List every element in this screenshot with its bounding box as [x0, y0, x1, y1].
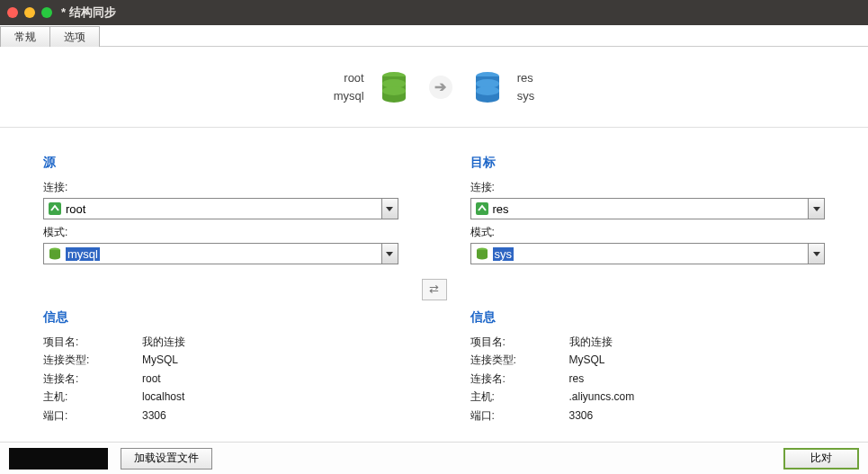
- svg-point-17: [477, 255, 488, 260]
- target-info-host: .aliyuncs.com: [569, 388, 635, 406]
- chevron-down-icon[interactable]: [381, 244, 398, 264]
- target-info-project: 我的连接: [569, 333, 613, 351]
- source-info-type: MySQL: [142, 351, 178, 369]
- svg-rect-14: [476, 202, 488, 215]
- window-controls: [7, 7, 52, 18]
- target-schema-select[interactable]: sys: [470, 243, 826, 264]
- source-panel: 源 连接: root 模式: mysql 信息 项目名:我的连接 连接类型:My…: [43, 155, 398, 425]
- target-conn-select[interactable]: res: [470, 198, 826, 219]
- window-title: * 结构同步: [61, 4, 116, 21]
- source-info-project: 我的连接: [142, 333, 185, 351]
- arrow-right-icon: ➔: [429, 76, 452, 99]
- diagram-target-schema: sys: [517, 87, 535, 105]
- source-conn-select[interactable]: root: [43, 198, 398, 219]
- source-conn-value: root: [66, 202, 85, 216]
- source-info-title: 信息: [43, 309, 398, 326]
- connection-icon: [475, 201, 489, 216]
- target-info-conn: res: [569, 370, 585, 388]
- target-title: 目标: [470, 155, 826, 171]
- chevron-down-icon[interactable]: [808, 244, 824, 264]
- source-info-port: 3306: [142, 407, 166, 425]
- svg-point-4: [382, 86, 406, 95]
- target-schema-value: sys: [493, 247, 515, 261]
- database-source-icon: [380, 72, 407, 103]
- database-target-icon: [474, 72, 501, 103]
- label-port: 端口:: [470, 407, 569, 425]
- label-conn: 连接名:: [470, 370, 569, 388]
- label-type: 连接类型:: [43, 351, 142, 369]
- label-host: 主机:: [43, 388, 142, 406]
- source-schema-select[interactable]: mysql: [43, 243, 398, 264]
- connection-icon: [48, 201, 62, 216]
- maximize-icon[interactable]: [41, 7, 52, 18]
- tab-general[interactable]: 常规: [0, 26, 50, 47]
- chevron-down-icon[interactable]: [381, 199, 398, 219]
- middle-column: ⇄: [398, 155, 470, 425]
- diagram-source-conn: root: [334, 69, 364, 87]
- tab-bar: 常规 选项: [0, 25, 868, 47]
- label-conn: 连接名:: [43, 370, 142, 388]
- source-conn-label: 连接:: [43, 180, 398, 195]
- footer-redacted: [9, 448, 108, 470]
- swap-button[interactable]: ⇄: [422, 279, 447, 300]
- target-conn-label: 连接:: [470, 180, 826, 195]
- target-info: 信息 项目名:我的连接 连接类型:MySQL 连接名:res 主机:.aliyu…: [470, 309, 826, 425]
- target-conn-value: res: [493, 202, 509, 216]
- tab-options[interactable]: 选项: [49, 26, 100, 47]
- target-info-type: MySQL: [569, 351, 605, 369]
- compare-button[interactable]: 比对: [783, 448, 859, 470]
- source-schema-value: mysql: [66, 247, 100, 261]
- label-project: 项目名:: [470, 333, 569, 351]
- target-info-port: 3306: [569, 407, 594, 425]
- diagram-target-labels: res sys: [517, 69, 535, 104]
- target-schema-label: 模式:: [470, 225, 826, 240]
- label-host: 主机:: [470, 388, 569, 406]
- schema-icon: [48, 246, 62, 261]
- window-titlebar: * 结构同步: [0, 0, 868, 25]
- diagram-source-schema: mysql: [334, 87, 364, 105]
- close-icon[interactable]: [7, 7, 18, 18]
- swap-icon: ⇄: [429, 282, 439, 296]
- label-project: 项目名:: [43, 333, 142, 351]
- source-schema-label: 模式:: [43, 225, 398, 240]
- load-settings-button[interactable]: 加载设置文件: [121, 448, 212, 470]
- label-port: 端口:: [43, 407, 142, 425]
- target-info-title: 信息: [470, 309, 826, 326]
- footer-bar: 加载设置文件 比对: [0, 442, 868, 474]
- svg-rect-10: [49, 202, 61, 215]
- svg-point-9: [476, 86, 499, 95]
- source-title: 源: [43, 155, 398, 171]
- source-info: 信息 项目名:我的连接 连接类型:MySQL 连接名:root 主机:local…: [43, 309, 398, 425]
- minimize-icon[interactable]: [24, 7, 35, 18]
- schema-icon: [475, 246, 489, 261]
- sync-diagram: root mysql ➔ res sys: [0, 47, 868, 128]
- svg-point-13: [49, 255, 60, 260]
- source-info-conn: root: [142, 370, 161, 388]
- main-content: 源 连接: root 模式: mysql 信息 项目名:我的连接 连接类型:My…: [0, 128, 868, 425]
- target-panel: 目标 连接: res 模式: sys 信息 项目名:我的连接 连接类型:MySQ…: [470, 155, 826, 425]
- label-type: 连接类型:: [470, 351, 569, 369]
- source-info-host: localhost: [142, 388, 184, 406]
- diagram-source-labels: root mysql: [334, 69, 364, 104]
- chevron-down-icon[interactable]: [808, 199, 824, 219]
- diagram-target-conn: res: [517, 69, 535, 87]
